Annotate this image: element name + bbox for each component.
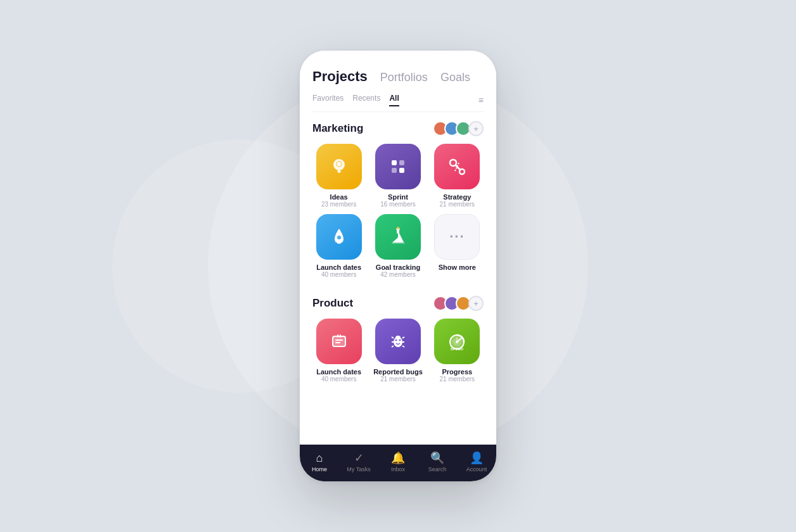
phone-content: Projects Portfolios Goals Favorites Rece… xyxy=(300,51,496,445)
section-title-product: Product xyxy=(312,297,353,310)
svg-point-4 xyxy=(337,162,341,166)
svg-rect-5 xyxy=(392,160,397,165)
ideas-members: 23 members xyxy=(321,201,357,208)
svg-point-36 xyxy=(395,336,401,339)
filter-favorites[interactable]: Favorites xyxy=(312,94,343,106)
nav-home[interactable]: ⌂ Home xyxy=(300,452,339,472)
strategy-icon xyxy=(434,144,480,189)
filter-all[interactable]: All xyxy=(389,94,399,106)
launch-dates-product-icon xyxy=(316,319,362,364)
strategy-name: Strategy xyxy=(443,193,471,201)
project-card-launch-dates[interactable]: Launch dates 40 members xyxy=(312,214,365,278)
home-label: Home xyxy=(312,466,327,472)
reported-bugs-icon xyxy=(375,319,421,364)
inbox-label: Inbox xyxy=(391,466,405,472)
nav-inbox[interactable]: 🔔 Inbox xyxy=(378,451,418,472)
svg-rect-1 xyxy=(337,170,341,172)
filter-row: Favorites Recents All ≡ xyxy=(312,94,484,112)
svg-line-30 xyxy=(392,337,394,338)
tab-goals[interactable]: Goals xyxy=(440,71,470,84)
bottom-spacer xyxy=(300,386,496,399)
header: Projects Portfolios Goals Favorites Rece… xyxy=(300,51,496,112)
main-tab-row: Projects Portfolios Goals xyxy=(312,68,484,85)
progress-members: 21 members xyxy=(440,376,475,383)
sprint-members: 16 members xyxy=(380,201,416,208)
nav-account[interactable]: 👤 Account xyxy=(457,451,496,472)
inbox-icon: 🔔 xyxy=(391,451,405,465)
ideas-icon xyxy=(316,144,362,189)
marketing-avatars: + xyxy=(433,121,484,136)
reported-bugs-members: 21 members xyxy=(380,376,416,383)
svg-rect-21 xyxy=(333,336,345,346)
home-icon: ⌂ xyxy=(316,452,323,465)
avatar-add-marketing[interactable]: + xyxy=(468,121,484,136)
my-tasks-label: My Tasks xyxy=(347,466,370,472)
svg-point-41 xyxy=(456,341,458,343)
section-header-product: Product + xyxy=(312,296,484,311)
section-header-marketing: Marketing + xyxy=(312,121,484,136)
nav-search[interactable]: 🔍 Search xyxy=(418,451,457,472)
launch-dates-icon xyxy=(316,214,362,260)
strategy-members: 21 members xyxy=(440,201,475,208)
project-card-reported-bugs[interactable]: Reported bugs 21 members xyxy=(371,319,424,383)
project-card-progress[interactable]: SPEED Progress 21 members xyxy=(431,319,484,383)
phone-frame: Projects Portfolios Goals Favorites Rece… xyxy=(300,51,496,481)
section-title-marketing: Marketing xyxy=(312,122,363,135)
project-card-strategy[interactable]: Strategy 21 members xyxy=(431,144,484,208)
svg-rect-23 xyxy=(335,339,343,341)
svg-rect-6 xyxy=(399,160,404,165)
project-card-show-more[interactable]: ··· Show more xyxy=(431,214,484,278)
svg-point-28 xyxy=(395,339,397,341)
launch-dates-product-name: Launch dates xyxy=(316,368,361,376)
show-more-name: Show more xyxy=(439,263,476,271)
sprint-name: Sprint xyxy=(388,193,408,201)
svg-line-35 xyxy=(402,346,404,347)
filter-recents[interactable]: Recents xyxy=(352,94,380,106)
product-project-grid: Launch dates 40 members xyxy=(312,319,484,383)
account-label: Account xyxy=(466,466,487,472)
svg-line-31 xyxy=(402,337,404,338)
account-icon: 👤 xyxy=(470,451,484,465)
launch-dates-product-members: 40 members xyxy=(321,376,357,383)
section-marketing: Marketing + xyxy=(300,112,496,278)
sprint-icon xyxy=(375,144,421,189)
section-product: Product + xyxy=(300,287,496,383)
project-card-launch-dates-product[interactable]: Launch dates 40 members xyxy=(312,319,365,383)
search-icon: 🔍 xyxy=(430,451,444,465)
project-card-sprint[interactable]: Sprint 16 members xyxy=(371,144,424,208)
bottom-nav: ⌂ Home ✓ My Tasks 🔔 Inbox 🔍 Search 👤 Acc… xyxy=(300,445,496,481)
nav-my-tasks[interactable]: ✓ My Tasks xyxy=(339,451,378,472)
launch-dates-name: Launch dates xyxy=(316,263,361,271)
list-icon[interactable]: ≡ xyxy=(478,95,484,105)
svg-point-20 xyxy=(397,227,399,229)
svg-rect-2 xyxy=(338,172,340,173)
svg-point-15 xyxy=(337,236,341,239)
tab-portfolios[interactable]: Portfolios xyxy=(380,71,428,84)
svg-rect-25 xyxy=(337,334,338,338)
svg-text:SPEED: SPEED xyxy=(451,347,464,351)
goal-tracking-members: 42 members xyxy=(380,271,416,278)
svg-rect-24 xyxy=(335,342,340,343)
project-card-ideas[interactable]: Ideas 23 members xyxy=(312,144,365,208)
avatar-add-product[interactable]: + xyxy=(468,296,484,311)
product-avatars: + xyxy=(433,296,484,311)
reported-bugs-name: Reported bugs xyxy=(373,368,423,376)
svg-point-11 xyxy=(459,169,465,174)
svg-rect-7 xyxy=(392,168,397,173)
launch-dates-members: 40 members xyxy=(321,271,357,278)
progress-name: Progress xyxy=(442,368,472,376)
marketing-project-grid: Ideas 23 members Sprint 16 members xyxy=(312,144,484,278)
project-card-goal-tracking[interactable]: Goal tracking 42 members xyxy=(371,214,424,278)
goal-tracking-icon xyxy=(375,214,421,260)
svg-line-34 xyxy=(392,346,394,347)
search-label: Search xyxy=(428,466,447,472)
tab-projects[interactable]: Projects xyxy=(312,68,368,85)
ideas-name: Ideas xyxy=(330,193,348,201)
svg-rect-14 xyxy=(337,241,341,244)
goal-tracking-name: Goal tracking xyxy=(376,263,420,271)
show-more-icon: ··· xyxy=(434,214,480,260)
progress-icon: SPEED xyxy=(434,319,480,364)
svg-rect-26 xyxy=(340,334,341,338)
svg-rect-8 xyxy=(399,168,404,173)
my-tasks-icon: ✓ xyxy=(354,451,364,465)
